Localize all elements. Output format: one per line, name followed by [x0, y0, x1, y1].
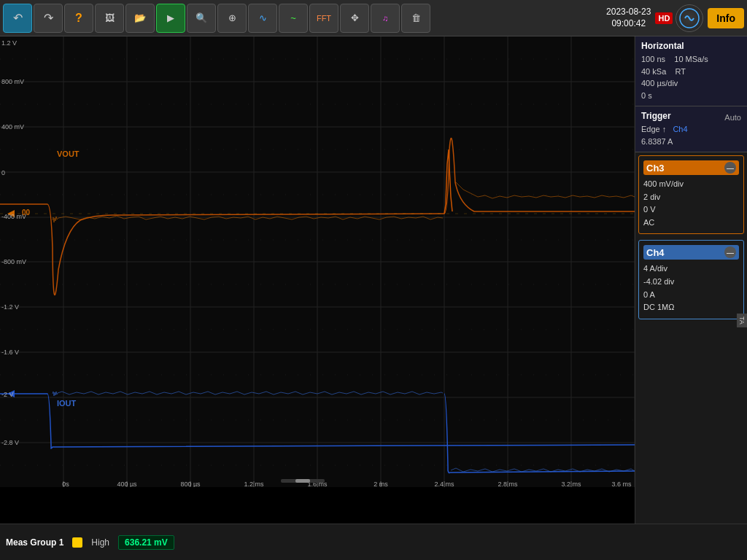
- toolbar: ↶ ↷ ? 🖼 📂 ▶ 🔍 ⊕ ∿ ~ FFT ✥ ♫ 🗑 2023-08-23…: [0, 0, 747, 36]
- high-value: 636.21 mV: [118, 535, 174, 550]
- ch3-offset: 0 V: [643, 203, 739, 217]
- waveform-display: 00 VOUT IOUT -C4: [0, 36, 635, 487]
- svg-text:-C4: -C4: [1, 486, 12, 487]
- meas-bar: Meas Group 1 High 636.21 mV: [0, 524, 747, 560]
- timebase-value: 100 ns 10 MSa/s: [641, 53, 741, 66]
- date-text: 2023-08-23: [606, 7, 651, 18]
- svg-text:-2 V: -2 V: [1, 391, 14, 398]
- screenshot-button[interactable]: 🖼: [95, 4, 124, 33]
- trigger-section: Trigger Auto Edge ↑ Ch4 6.8387 A: [635, 106, 747, 152]
- svg-text:-2.8 V: -2.8 V: [1, 439, 19, 446]
- svg-text:1.2 ms: 1.2 ms: [244, 481, 264, 487]
- ta-label: TA: [737, 314, 747, 327]
- time-text: 09:00:42: [606, 18, 651, 30]
- meas-group-label: Meas Group 1: [6, 537, 63, 548]
- svg-text:1.2 V: 1.2 V: [1, 39, 17, 47]
- help-button[interactable]: ?: [64, 4, 93, 33]
- trigger-channel: Ch4: [673, 125, 687, 133]
- rt-mode: RT: [675, 67, 685, 76]
- ch3-title: Ch3: [646, 163, 665, 174]
- ch4-minus-button[interactable]: —: [724, 246, 736, 258]
- ch4-div: -4.02 div: [643, 276, 739, 289]
- undo-button[interactable]: ↶: [3, 4, 32, 33]
- trigger-mode: Auto: [724, 113, 741, 122]
- sample-count: 40 kSa: [641, 67, 666, 76]
- ch4-values: 4 A/div -4.02 div 0 A DC 1MΩ: [643, 262, 739, 314]
- math-button[interactable]: ∿: [248, 4, 277, 33]
- scope-area[interactable]: 00 VOUT IOUT -C4: [0, 36, 635, 524]
- ch3-coupling: AC: [643, 217, 739, 230]
- trigger-type: Edge ↑: [641, 125, 666, 133]
- spectrum-button[interactable]: ♫: [371, 4, 400, 33]
- svg-text:VOUT: VOUT: [57, 149, 80, 158]
- ch4-offset: 0 A: [643, 289, 739, 302]
- horizontal-section: Horizontal 100 ns 10 MSa/s 40 kSa RT 400…: [635, 36, 747, 106]
- ch3-div: 2 div: [643, 191, 739, 204]
- trigger-title: Trigger: [641, 111, 671, 121]
- trigger-level: 6.8387 A: [641, 136, 741, 148]
- ch4-title: Ch4: [646, 247, 665, 258]
- fft-button[interactable]: FFT: [309, 4, 338, 33]
- ch4-coupling: DC 1MΩ: [643, 301, 739, 314]
- svg-rect-68: [295, 479, 310, 483]
- ch3-volts-div: 400 mV/div: [643, 178, 739, 191]
- ch4-header: Ch4 —: [643, 245, 739, 260]
- delete-button[interactable]: 🗑: [401, 4, 430, 33]
- svg-text:2.4 ms: 2.4 ms: [434, 481, 454, 487]
- ch4-section: Ch4 — 4 A/div -4.02 div 0 A DC 1MΩ: [638, 240, 744, 319]
- svg-text:800 µs: 800 µs: [180, 481, 201, 487]
- svg-text:-1.2 V: -1.2 V: [1, 303, 19, 311]
- svg-text:2 ms: 2 ms: [374, 481, 388, 487]
- svg-text:3.2 ms: 3.2 ms: [561, 481, 581, 487]
- trigger-values: Edge ↑ Ch4 6.8387 A: [641, 123, 741, 147]
- svg-text:IOUT: IOUT: [57, 399, 77, 408]
- ch3-header: Ch3 —: [643, 160, 739, 175]
- zoom-button[interactable]: 🔍: [187, 4, 216, 33]
- right-panel: Horizontal 100 ns 10 MSa/s 40 kSa RT 400…: [635, 36, 747, 524]
- high-label: High: [91, 537, 109, 548]
- svg-text:400 µs: 400 µs: [117, 481, 137, 487]
- redo-button[interactable]: ↷: [34, 4, 63, 33]
- svg-text:-800 mV: -800 mV: [1, 258, 26, 265]
- main-area: 00 VOUT IOUT -C4: [0, 36, 747, 524]
- svg-text:-1.6 V: -1.6 V: [1, 349, 19, 356]
- ch3-section: Ch3 — 400 mV/div 2 div 0 V AC: [638, 155, 744, 234]
- ch4-amps-div: 4 A/div: [643, 262, 739, 276]
- logo-icon: [676, 4, 703, 32]
- horizontal-title: Horizontal: [641, 41, 741, 51]
- ch3-values: 400 mV/div 2 div 0 V AC: [643, 178, 739, 229]
- cursor2-button[interactable]: ✥: [340, 4, 369, 33]
- file-button[interactable]: 📂: [125, 4, 155, 33]
- svg-text:2.8 ms: 2.8 ms: [498, 481, 518, 487]
- offset-value: 0 s: [641, 90, 741, 102]
- svg-text:3.6 ms: 3.6 ms: [611, 481, 632, 487]
- svg-text:0: 0: [1, 169, 5, 176]
- info-button[interactable]: Info: [708, 8, 744, 28]
- cursor-button[interactable]: ⊕: [217, 4, 247, 33]
- svg-text:-400 mV: -400 mV: [1, 213, 26, 220]
- svg-text:800 mV: 800 mV: [1, 78, 24, 85]
- ch3-minus-button[interactable]: —: [724, 162, 736, 174]
- horizontal-values: 100 ns 10 MSa/s 40 kSa RT 400 µs/div 0 s: [641, 53, 741, 101]
- datetime-display: 2023-08-23 09:00:42: [606, 7, 651, 29]
- svg-text:400 mV: 400 mV: [1, 123, 24, 131]
- svg-text:0s: 0s: [62, 481, 69, 487]
- run-button[interactable]: ▶: [156, 4, 185, 33]
- wave-button[interactable]: ~: [279, 4, 308, 33]
- meas-icon: [72, 537, 82, 548]
- hd-badge: HD: [655, 12, 673, 24]
- div-value: 400 µs/div: [641, 77, 741, 90]
